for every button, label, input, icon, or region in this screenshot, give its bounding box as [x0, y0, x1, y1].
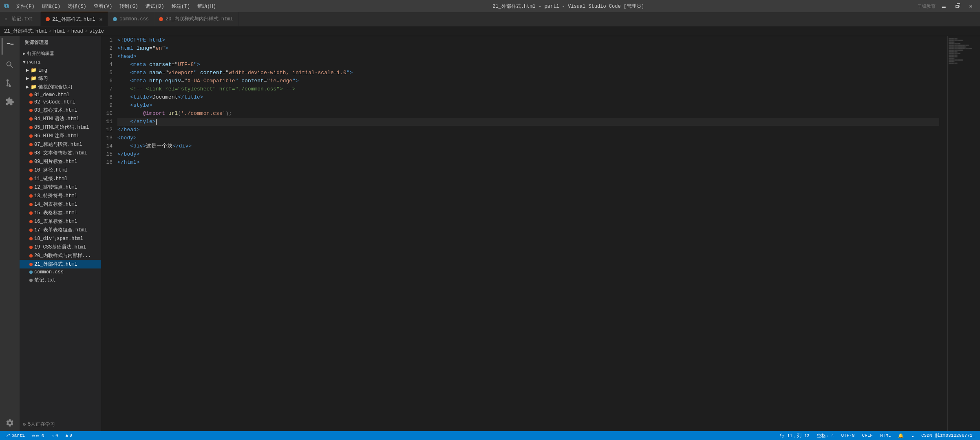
token: ">	[194, 62, 200, 68]
file-08_文本修饰标签-html[interactable]: 08_文本修饰标签.html	[20, 149, 101, 157]
activity-git[interactable]	[2, 75, 18, 91]
open-editors-section[interactable]: ▶ 打开的编辑器	[20, 49, 101, 58]
file-label: 17_表单表格组合.html	[34, 227, 87, 233]
tab-common-css[interactable]: common.css	[108, 12, 154, 26]
file-01_demo-html[interactable]: 01_demo.html	[20, 91, 101, 99]
token: ">	[347, 70, 353, 76]
menu-item-帮助(H)[interactable]: 帮助(H)	[194, 2, 219, 11]
file-label: 19_CSS基础语法.html	[34, 244, 86, 251]
activity-settings[interactable]	[2, 415, 18, 431]
file-dot-html	[29, 254, 33, 257]
notification-bell[interactable]: 🔔	[896, 433, 905, 438]
token	[117, 94, 130, 100]
file-label: 06_HTML注释.html	[34, 132, 79, 139]
indentation[interactable]: 空格: 4	[815, 433, 836, 439]
file-04_HTML语法-html[interactable]: 04_HTML语法.html	[20, 114, 101, 123]
file-15_表格标签-html[interactable]: 15_表格标签.html	[20, 209, 101, 217]
maximize-button[interactable]: 🗗	[952, 2, 964, 10]
file-dot-html	[29, 203, 33, 206]
file-encoding[interactable]: UTF-8	[840, 433, 856, 438]
file-label: 11_链接.html	[34, 175, 68, 182]
menu-item-文件(F)[interactable]: 文件(F)	[13, 2, 38, 11]
line-number-1: 1	[104, 36, 113, 44]
tab-internal[interactable]: 20_内联样式与内部样式.html	[154, 12, 238, 26]
file-02_vsCode-html[interactable]: 02_vsCode.html	[20, 99, 101, 106]
file-tree: ▶📁img▶📁练习▶📁链接的综合练习01_demo.html02_vsCode.…	[20, 66, 101, 284]
cursor-position[interactable]: 行 11，列 13	[778, 433, 811, 439]
folder-链接的综合练习[interactable]: ▶📁链接的综合练习	[20, 83, 101, 91]
line-ending[interactable]: CRLF	[861, 433, 874, 438]
csdn-account[interactable]: CSDN @lzm0312286771_	[920, 433, 977, 438]
file-07_标题与段落-html[interactable]: 07_标题与段落.html	[20, 140, 101, 149]
menu-item-查看(V)[interactable]: 查看(V)	[90, 2, 116, 11]
folder-img[interactable]: ▶📁img	[20, 66, 101, 74]
tab-external[interactable]: 21_外部样式.html✕	[41, 12, 108, 26]
breadcrumb-item-0[interactable]: 21_外部样式.html	[4, 28, 47, 35]
menu-item-调试(D)[interactable]: 调试(D)	[142, 2, 168, 11]
line-number-14: 14	[104, 142, 113, 150]
menu-item-终端(T)[interactable]: 终端(T)	[168, 2, 194, 11]
activity-extensions[interactable]	[2, 93, 18, 110]
token: </html>	[117, 159, 140, 165]
breadcrumb-item-1[interactable]: html	[53, 29, 65, 34]
breadcrumb-sep-0: >	[49, 29, 52, 34]
file-06_HTML注释-html[interactable]: 06_HTML注释.html	[20, 132, 101, 140]
file-label: 05_HTML初始代码.html	[34, 124, 89, 131]
minimize-button[interactable]: 🗕	[938, 2, 950, 10]
token: </body>	[117, 151, 140, 157]
file-18_div与span-html[interactable]: 18_div与span.html	[20, 234, 101, 243]
menu-item-转到(G)[interactable]: 转到(G)	[116, 2, 141, 11]
file-03_核心技术-html[interactable]: 03_核心技术.html	[20, 106, 101, 114]
activity-search[interactable]	[2, 57, 18, 73]
tab-notes[interactable]: ≡笔记.txt	[0, 12, 41, 26]
file-17_表单表格组合-html[interactable]: 17_表单表格组合.html	[20, 226, 101, 234]
file-05_HTML初始代码-html[interactable]: 05_HTML初始代码.html	[20, 123, 101, 132]
file-dot-txt	[29, 279, 33, 282]
file-common-css[interactable]: common.css	[20, 268, 101, 276]
file-16_表单标签-html[interactable]: 16_表单标签.html	[20, 217, 101, 226]
git-branch[interactable]: ⎇ part1	[3, 433, 26, 438]
file-11_链接-html[interactable]: 11_链接.html	[20, 174, 101, 183]
code-editor[interactable]: 12345678910111213141516 <!DOCTYPE html><…	[101, 36, 947, 431]
file-12_跳转锚点-html[interactable]: 12_跳转锚点.html	[20, 183, 101, 191]
code-line-6: <meta http-equiv="X-UA-Compatible" conte…	[117, 77, 939, 85]
activity-explorer[interactable]	[2, 38, 18, 55]
token: 这是一个块	[146, 143, 172, 149]
sidebar-bottom[interactable]: ⚙ 5人正在学习	[20, 418, 101, 431]
file-21_外部样式-html[interactable]: 21_外部样式.html	[20, 260, 101, 268]
file-10_路径-html[interactable]: 10_路径.html	[20, 166, 101, 174]
error-count[interactable]: ⊗ ⊗ 0	[31, 433, 46, 438]
file-dot-css	[29, 271, 33, 274]
breadcrumb-item-3[interactable]: style	[89, 29, 104, 34]
file-dot-html	[29, 211, 33, 215]
file-dot-html	[29, 117, 33, 121]
close-button[interactable]: ✕	[966, 2, 976, 11]
info-count[interactable]: ▲ 0	[64, 433, 74, 438]
folder-label: 链接的综合练习	[38, 84, 73, 90]
sync-status[interactable]: ☁	[909, 433, 916, 438]
line-number-10: 10	[104, 110, 113, 118]
file-label: 18_div与span.html	[34, 235, 83, 242]
watermark: 千锋教育	[918, 3, 936, 9]
menu-item-选择(S)[interactable]: 选择(S)	[64, 2, 90, 11]
file-13_特殊符号-html[interactable]: 13_特殊符号.html	[20, 191, 101, 200]
file-20_内联样式与内部样---[interactable]: 20_内联样式与内部样...	[20, 251, 101, 260]
warning-count[interactable]: ⚠ 4	[50, 433, 60, 438]
file-14_列表标签-html[interactable]: 14_列表标签.html	[20, 200, 101, 209]
file-19_CSS基础语法-html[interactable]: 19_CSS基础语法.html	[20, 243, 101, 251]
folder-arrow: ▶	[26, 84, 29, 90]
line-number-13: 13	[104, 134, 113, 142]
file-label: 笔记.txt	[34, 277, 56, 284]
token: lang	[137, 45, 149, 51]
code-content[interactable]: <!DOCTYPE html><html lang="en"><head> <m…	[117, 36, 947, 431]
breadcrumb-item-2[interactable]: head	[71, 29, 83, 34]
file-笔记-txt[interactable]: 笔记.txt	[20, 276, 101, 284]
language-mode[interactable]: HTML	[878, 433, 892, 438]
tab-close-external[interactable]: ✕	[99, 16, 103, 23]
part1-section[interactable]: ▼ PART1	[20, 58, 101, 66]
file-09_图片标签-html[interactable]: 09_图片标签.html	[20, 157, 101, 166]
menu-item-编辑(E)[interactable]: 编辑(E)	[39, 2, 64, 11]
token	[117, 143, 130, 149]
tab-icon-common-css	[113, 17, 117, 21]
folder-练习[interactable]: ▶📁练习	[20, 74, 101, 83]
